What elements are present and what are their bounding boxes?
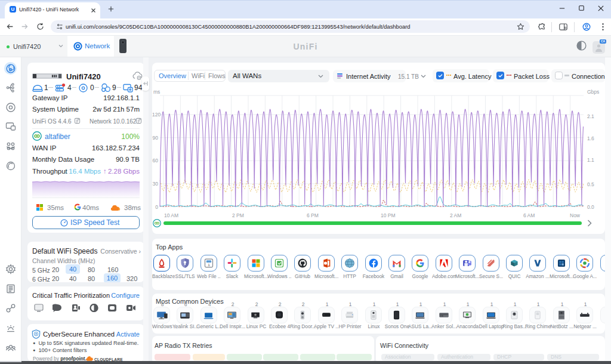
svg-text:1: 1	[208, 263, 209, 267]
